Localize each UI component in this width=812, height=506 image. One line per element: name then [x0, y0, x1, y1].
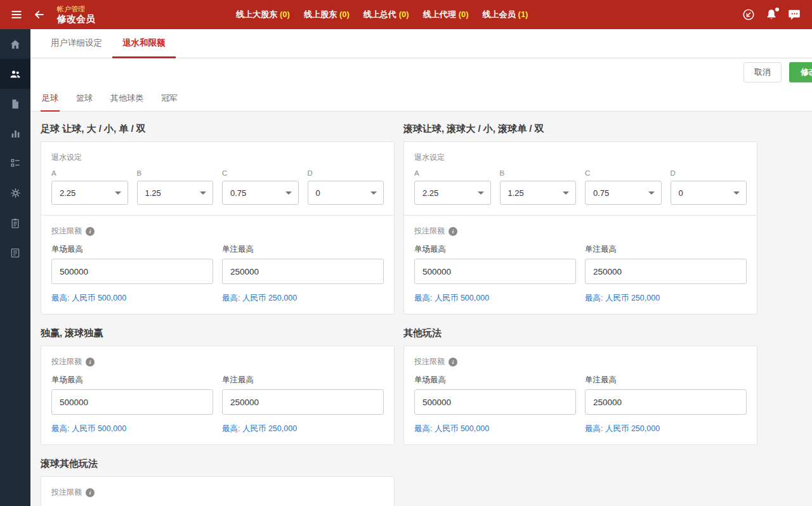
link-agent[interactable]: 线上代理(0) — [423, 9, 469, 20]
main-panel: 用户详细设定 退水和限额 取消 修改 足球 篮球 其他球类 冠军 足球 让球, … — [30, 29, 812, 506]
select-value: 0.75 — [230, 188, 246, 198]
link-label: 线上大股东 — [236, 10, 277, 19]
chevron-down-icon — [648, 191, 655, 195]
info-icon: i — [449, 227, 457, 236]
rebate-select-d[interactable]: 0 — [671, 181, 747, 205]
section-live-handicap: 滚球让球, 滚球大 / 小, 滚球单 / 双 退水设定 A 2.25 B 1.2… — [403, 114, 757, 315]
match-max-link[interactable]: 最高: 人民币 500,000 — [51, 424, 213, 434]
chat-button[interactable] — [783, 3, 806, 26]
content-area: 足球 让球, 大 / 小, 单 / 双 退水设定 A 2.25 B 1.25 C… — [30, 112, 812, 506]
chevron-down-icon — [115, 191, 121, 195]
rebate-select-c[interactable]: 0.75 — [222, 181, 299, 205]
page-title: 修改会员 — [57, 13, 95, 24]
section-title: 滚球让球, 滚球大 / 小, 滚球单 / 双 — [403, 123, 757, 135]
live-handicap-card: 退水设定 A 2.25 B 1.25 C 0.75 D 0 — [403, 141, 757, 315]
link-count: (0) — [459, 10, 469, 19]
sidebar-item-settings[interactable] — [0, 178, 30, 208]
sidebar-item-checklist[interactable] — [0, 148, 30, 178]
tab-other-sports[interactable]: 其他球类 — [109, 86, 145, 112]
link-super-shareholder[interactable]: 线上大股东(0) — [236, 9, 290, 20]
tab-rebate-limits[interactable]: 退水和限额 — [112, 29, 176, 58]
sidebar-item-home[interactable] — [0, 29, 30, 59]
cancel-button[interactable]: 取消 — [743, 62, 782, 82]
rebate-select-a[interactable]: 2.25 — [414, 181, 491, 205]
link-label: 线上总代 — [363, 10, 396, 19]
rebate-select-b[interactable]: 1.25 — [137, 181, 214, 205]
match-max-input[interactable] — [414, 389, 576, 415]
sidebar-item-notes[interactable] — [0, 238, 30, 268]
bet-max-input[interactable] — [222, 259, 384, 284]
tab-user-details[interactable]: 用户详细设定 — [41, 29, 112, 58]
bet-max-link[interactable]: 最高: 人民币 250,000 — [585, 424, 747, 434]
link-label: 线上股东 — [304, 10, 337, 19]
bet-limits-label: 投注限额 — [51, 487, 82, 498]
match-max-input[interactable] — [414, 259, 576, 284]
bet-max-input[interactable] — [222, 389, 384, 415]
info-icon: i — [449, 358, 457, 367]
notification-dot — [775, 8, 779, 11]
match-max-input[interactable] — [51, 389, 213, 415]
home-icon — [9, 38, 22, 51]
sidebar-item-users[interactable] — [0, 59, 30, 89]
option-label: D — [671, 169, 747, 177]
link-shareholder[interactable]: 线上股东(0) — [304, 9, 350, 20]
match-max-link[interactable]: 最高: 人民币 500,000 — [414, 424, 576, 434]
win-card: 投注限额i 单场最高 最高: 人民币 500,000 单注最高 最高: 人民币 … — [41, 346, 395, 445]
notifications-button[interactable] — [760, 3, 783, 26]
bet-limits-label: 投注限额 — [414, 226, 445, 237]
link-member[interactable]: 线上会员(1) — [483, 9, 528, 20]
info-icon: i — [86, 227, 95, 236]
breadcrumb: 帐户管理 — [57, 5, 95, 13]
bet-max-input[interactable] — [585, 389, 747, 415]
link-count: (0) — [399, 10, 409, 19]
actions-row: 取消 修改 — [30, 58, 812, 86]
tab-basketball[interactable]: 篮球 — [75, 86, 94, 112]
bet-limits-label: 投注限额 — [414, 356, 445, 367]
select-value: 2.25 — [422, 188, 438, 198]
sidebar-item-clipboard[interactable] — [0, 208, 30, 238]
match-max-label: 单场最高 — [414, 375, 576, 386]
bet-max-link[interactable]: 最高: 人民币 250,000 — [222, 424, 384, 434]
tab-football[interactable]: 足球 — [41, 86, 60, 112]
select-value: 0 — [679, 188, 683, 198]
option-label: B — [500, 169, 577, 177]
option-label: A — [414, 169, 491, 177]
tab-champion[interactable]: 冠军 — [160, 86, 179, 112]
link-master-agent[interactable]: 线上总代(0) — [363, 9, 409, 20]
match-max-link[interactable]: 最高: 人民币 500,000 — [414, 293, 576, 304]
back-button[interactable] — [28, 3, 51, 26]
chevron-down-icon — [200, 191, 206, 195]
rebate-select-c[interactable]: 0.75 — [585, 181, 662, 205]
section-live-other: 滚球其他玩法 投注限额i 单场最高 单注最高 — [41, 449, 395, 506]
rebate-select-b[interactable]: 1.25 — [500, 181, 577, 205]
gear-icon — [10, 187, 22, 199]
sport-tabbar: 足球 篮球 其他球类 冠军 — [30, 86, 812, 112]
link-count: (0) — [280, 10, 290, 19]
history-button[interactable] — [737, 3, 760, 26]
match-max-link[interactable]: 最高: 人民币 500,000 — [51, 293, 213, 304]
chat-icon — [787, 8, 801, 22]
link-label: 线上会员 — [483, 10, 516, 19]
sidebar-item-statistics[interactable] — [0, 119, 30, 148]
notes-icon — [10, 247, 21, 259]
select-value: 2.25 — [60, 188, 75, 198]
menu-button[interactable] — [5, 3, 28, 26]
hamburger-icon — [10, 8, 23, 21]
submit-button[interactable]: 修改 — [789, 62, 812, 82]
match-max-input[interactable] — [51, 259, 213, 284]
match-max-label: 单场最高 — [51, 375, 213, 386]
rebate-select-d[interactable]: 0 — [308, 181, 384, 205]
checklist-icon — [10, 157, 22, 169]
section-other-plays: 其他玩法 投注限额i 单场最高 最高: 人民币 500,000 单注最高 最高:… — [403, 318, 757, 445]
bet-max-input[interactable] — [585, 259, 747, 284]
bet-max-label: 单注最高 — [585, 244, 747, 255]
sidebar-item-reports[interactable] — [0, 89, 30, 119]
info-icon: i — [86, 488, 95, 497]
clipboard-icon — [10, 217, 21, 229]
chevron-down-icon — [285, 191, 292, 195]
bet-max-link[interactable]: 最高: 人民币 250,000 — [222, 293, 384, 304]
section-title: 独赢, 滚球独赢 — [41, 327, 395, 339]
option-label: A — [51, 169, 128, 177]
rebate-select-a[interactable]: 2.25 — [51, 181, 128, 205]
bet-max-link[interactable]: 最高: 人民币 250,000 — [585, 293, 747, 304]
